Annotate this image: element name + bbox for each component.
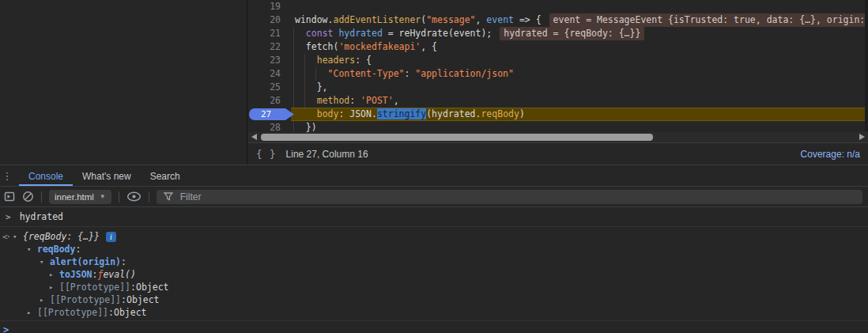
property-name: reqBody [37,244,75,255]
pretty-print-icon[interactable]: { } [256,148,277,160]
tree-row[interactable]: ▾reqBody: [0,243,868,255]
clear-console-icon[interactable] [22,191,34,202]
collapse-triangle-icon[interactable]: ▾ [40,258,50,266]
more-options-icon[interactable]: ⋮ [0,165,14,186]
property-value: Object [114,307,147,318]
tree-row[interactable]: ▸[[Prototype]]: Object [0,281,868,293]
property-value: Object [126,294,160,305]
property-separator: : [75,244,81,255]
editor-horizontal-scrollbar[interactable] [248,132,868,142]
tab-console[interactable]: Console [19,166,73,186]
expand-triangle-icon[interactable]: ▸ [49,283,59,291]
code-token: : [404,68,415,79]
coverage-link[interactable]: Coverage: n/a [801,149,860,160]
line-number-20[interactable]: 20 [248,13,291,27]
code-token: (hydrated. [426,108,481,119]
code-token: : [349,95,360,106]
paused-line-badge[interactable]: 27 [249,108,294,120]
line-number-26[interactable]: 26 [248,94,291,108]
property-name: [[Prototype]] [50,294,121,305]
code-text[interactable]: window.addEventListener("message", event… [291,13,868,27]
console-eval-result: <· ▾ {reqBody: {…}} i ▾reqBody: ▾alert(o… [0,227,868,319]
code-line-20: 20window.addEventListener("message", eve… [248,13,868,27]
expand-triangle-icon[interactable]: ▾ [13,233,23,240]
code-token: : JSON. [338,108,376,119]
code-text[interactable]: method: 'POST', [291,94,868,108]
sources-panel: 1920window.addEventListener("message", e… [0,0,868,165]
line-number-23[interactable]: 23 [248,54,291,67]
console-prompt[interactable]: > [0,320,868,333]
code-text[interactable]: }, [291,81,868,94]
scrollbar-thumb[interactable] [261,134,653,141]
console-drawer: ⋮ ConsoleWhat's newSearch inner.html ▼ [0,165,868,333]
code-token [295,55,317,66]
tree-row[interactable]: ▸[[Prototype]]: Object [0,293,868,306]
live-expression-eye-icon[interactable] [126,191,142,202]
code-token: => { [514,14,542,25]
tree-row[interactable]: ▸toJSON: ƒ eval() [0,268,868,281]
navigator-empty-pane [0,0,247,165]
line-number-19[interactable]: 19 [248,0,291,13]
code-text[interactable]: headers: { [291,54,868,67]
filter-funnel-icon [164,192,173,201]
code-token: reqBody [481,108,519,119]
code-token [295,108,317,119]
line-number-25[interactable]: 25 [248,81,291,94]
code-token: event [486,14,514,25]
property-name: [[Prototype]] [37,307,108,318]
expand-triangle-icon[interactable]: ▸ [40,296,50,304]
code-token: headers [317,55,355,66]
editor-vertical-scrollbar-track[interactable] [865,0,868,131]
code-line-22: 22 fetch('mockedfakeapi', { [248,40,868,54]
property-name: alert(origin) [50,256,121,267]
code-text[interactable] [291,0,868,13]
property-separator: : [121,294,126,305]
line-number-24[interactable]: 24 [248,67,291,81]
code-lines: 1920window.addEventListener("message", e… [248,0,868,134]
code-token: fetch( [295,41,338,52]
expand-triangle-icon[interactable]: ▸ [49,271,59,278]
console-filter-input[interactable]: Filter [157,190,862,204]
input-echo-text: hydrated [20,211,63,222]
code-line-26: 26 method: 'POST', [248,94,868,108]
code-line-24: 24 "Content-Type": "application/json" [248,67,868,81]
filter-placeholder: Filter [180,191,202,202]
result-arrow-icon: <· [2,232,13,242]
code-line-23: 23 headers: { [248,54,868,67]
code-line-21: 21 const hydrated = reHydrate(event);hyd… [248,27,868,40]
result-preview-row[interactable]: <· ▾ {reqBody: {…}} i [0,230,868,243]
console-sidebar-toggle-icon[interactable] [4,191,15,202]
context-label: inner.html [55,192,94,202]
scroll-left-arrow-icon[interactable] [251,134,257,140]
tab-what-s-new[interactable]: What's new [73,166,141,186]
expand-triangle-icon[interactable]: ▸ [27,308,37,316]
code-text[interactable]: "Content-Type": "application/json" [291,67,868,81]
code-token: = reHydrate(event); [383,28,492,39]
line-number-22[interactable]: 22 [248,40,291,54]
code-text[interactable]: const hydrated = reHydrate(event);hydrat… [291,27,868,40]
console-input-echo: > hydrated [0,207,868,227]
code-token: ) [519,108,525,119]
line-number-21[interactable]: 21 [248,27,291,40]
code-text[interactable]: body: JSON.stringify(hydrated.reqBody) [291,108,868,121]
code-token: 'POST' [360,95,394,106]
object-preview[interactable]: {reqBody: {…}} [23,231,100,242]
execution-context-selector[interactable]: inner.html ▼ [49,190,111,204]
tab-search[interactable]: Search [141,166,190,186]
code-token [295,28,306,39]
scroll-right-arrow-icon[interactable] [859,134,865,140]
tree-row[interactable]: ▾alert(origin): [0,255,868,268]
line-number-27[interactable]: 27 [248,108,291,121]
tree-row[interactable]: ▸[[Prototype]]: Object [0,306,868,319]
code-line-19: 19 [248,0,868,13]
console-messages: > hydrated <· ▾ {reqBody: {…}} i ▾reqBod… [0,207,868,333]
input-chevron-icon: > [6,212,11,222]
code-token: }) [295,122,317,133]
code-editor[interactable]: 1920window.addEventListener("message", e… [248,0,868,165]
info-badge-icon[interactable]: i [106,232,116,242]
collapse-triangle-icon[interactable]: ▾ [27,245,37,253]
property-name: [[Prototype]] [59,282,130,293]
code-token: "message" [426,14,475,25]
code-text[interactable]: fetch('mockedfakeapi', { [291,40,868,54]
code-token: , [394,95,399,106]
